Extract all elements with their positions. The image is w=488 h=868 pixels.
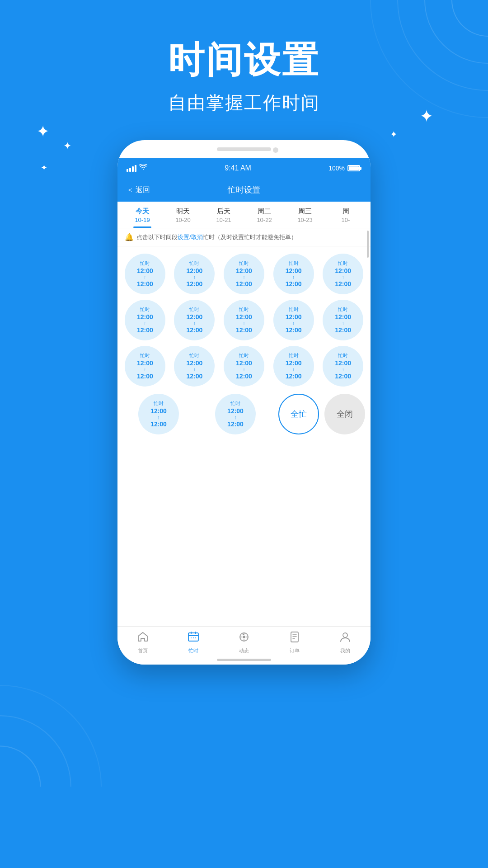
notice-highlight: 设置/取消	[178, 234, 203, 241]
tab-orders-icon	[289, 631, 300, 646]
tab-day-after-name: 后天	[205, 207, 242, 216]
notice-icon: 🔔	[125, 233, 134, 241]
tab-thu-name: 周	[327, 207, 364, 216]
time-slot-5[interactable]: 忙时 12:00 ↑ 12:00	[323, 254, 363, 294]
wifi-icon	[139, 164, 147, 172]
close-all-button[interactable]: 全闭	[324, 394, 365, 434]
time-slots-grid: 忙时 12:00 ↑ 12:00 忙时 12:00 ↑ 12:00 忙时 12:…	[117, 246, 371, 394]
tab-today[interactable]: 今天 10-19	[122, 202, 163, 228]
time-slot-10[interactable]: 忙时 12:00 ↑ 12:00	[323, 300, 363, 340]
status-left	[127, 164, 147, 172]
battery-icon	[347, 165, 361, 171]
tab-mine-label: 我的	[340, 647, 350, 654]
svg-point-5	[0, 716, 71, 787]
tab-tomorrow[interactable]: 明天 10-20	[163, 202, 203, 228]
signal-bar-4	[135, 165, 136, 172]
svg-point-21	[343, 633, 347, 637]
tab-wed-date: 10-23	[286, 217, 324, 223]
home-indicator	[217, 659, 271, 661]
time-slot-4[interactable]: 忙时 12:00 ↑ 12:00	[273, 254, 314, 294]
tab-tue-name: 周二	[246, 207, 283, 216]
notice-text: 点击以下时间段设置/取消忙时（及时设置忙时才能避免拒单）	[136, 233, 297, 241]
time-slot-17[interactable]: 忙时 12:00 ↑ 12:00	[215, 394, 256, 434]
svg-line-16	[243, 634, 244, 635]
phone-mockup: 9:41 AM 100% ＜ 返回 忙时设置 今天 10-19 明天 10-20…	[117, 140, 371, 665]
scroll-indicator	[367, 231, 369, 258]
time-slot-6[interactable]: 忙时 12:00 ↑ 12:00	[125, 300, 165, 340]
svg-rect-7	[188, 633, 198, 641]
tab-orders[interactable]: 订单	[269, 631, 320, 654]
time-slot-9[interactable]: 忙时 12:00 ↑ 12:00	[273, 300, 314, 340]
tab-busy-icon	[188, 631, 199, 646]
action-row: 忙时 12:00 ↑ 12:00 忙时 12:00 ↑ 12:00 全忙 全闭	[117, 394, 371, 442]
status-time: 9:41 AM	[225, 164, 251, 172]
tab-activity-icon	[238, 631, 250, 646]
battery-body	[347, 165, 360, 171]
tab-tomorrow-name: 明天	[164, 207, 202, 216]
signal-bar-3	[132, 166, 134, 172]
svg-rect-17	[291, 632, 298, 642]
tab-busy-label: 忙时	[188, 647, 198, 654]
back-button[interactable]: ＜ 返回	[127, 185, 150, 195]
svg-point-4	[0, 746, 41, 787]
time-slot-14[interactable]: 忙时 12:00 ↑ 12:00	[273, 346, 314, 387]
tab-busy[interactable]: 忙时	[168, 631, 219, 654]
phone-navbar: ＜ 返回 忙时设置	[117, 178, 371, 202]
sparkle-5: ✦	[41, 163, 47, 173]
time-slot-15[interactable]: 忙时 12:00 ↑ 12:00	[323, 346, 363, 387]
tab-tue-date: 10-22	[246, 217, 283, 223]
busy-all-button[interactable]: 全忙	[278, 394, 319, 434]
tab-home-label: 首页	[138, 647, 148, 654]
header-section: 时间设置 自由掌握工作时间	[0, 0, 488, 115]
signal-bars	[127, 165, 136, 172]
time-slot-3[interactable]: 忙时 12:00 ↑ 12:00	[224, 254, 264, 294]
status-bar: 9:41 AM 100%	[117, 158, 371, 178]
phone-dot	[273, 147, 278, 153]
time-slot-8[interactable]: 忙时 12:00 ↑ 12:00	[224, 300, 264, 340]
tab-tue[interactable]: 周二 10-22	[244, 202, 285, 228]
battery-percent: 100%	[328, 165, 345, 172]
tab-thu[interactable]: 周 10-	[325, 202, 366, 228]
tab-day-after[interactable]: 后天 10-21	[203, 202, 244, 228]
tab-wed[interactable]: 周三 10-23	[285, 202, 325, 228]
time-slot-7[interactable]: 忙时 12:00 ↑ 12:00	[174, 300, 215, 340]
tab-thu-date: 10-	[327, 217, 364, 223]
phone-notch	[217, 147, 271, 151]
time-slot-12[interactable]: 忙时 12:00 ↑ 12:00	[174, 346, 215, 387]
time-slot-1[interactable]: 忙时 12:00 ↑ 12:00	[125, 254, 165, 294]
tab-tomorrow-date: 10-20	[164, 217, 202, 223]
tab-day-after-date: 10-21	[205, 217, 242, 223]
battery-fill	[349, 166, 359, 170]
sub-title: 自由掌握工作时间	[0, 90, 488, 115]
tab-mine[interactable]: 我的	[320, 631, 371, 654]
time-slot-13[interactable]: 忙时 12:00 ↑ 12:00	[224, 346, 264, 387]
signal-bar-2	[129, 168, 131, 172]
tab-home[interactable]: 首页	[117, 631, 168, 654]
battery-tip	[360, 167, 361, 170]
tab-orders-label: 订单	[290, 647, 300, 654]
time-slot-16[interactable]: 忙时 12:00 ↑ 12:00	[138, 394, 179, 434]
svg-point-15	[243, 636, 245, 638]
status-right: 100%	[328, 165, 361, 172]
tab-activity-label: 动态	[239, 647, 249, 654]
tab-mine-icon	[339, 631, 351, 646]
tab-wed-name: 周三	[286, 207, 324, 216]
time-slot-11[interactable]: 忙时 12:00 ↑ 12:00	[125, 346, 165, 387]
time-slot-2[interactable]: 忙时 12:00 ↑ 12:00	[174, 254, 215, 294]
notice-bar: 🔔 点击以下时间段设置/取消忙时（及时设置忙时才能避免拒单）	[117, 228, 371, 246]
tab-today-date: 10-19	[124, 217, 161, 223]
sparkle-2: ✦	[63, 140, 71, 152]
svg-point-6	[0, 685, 101, 787]
tab-activity[interactable]: 动态	[219, 631, 269, 654]
tab-today-name: 今天	[124, 207, 161, 216]
day-tabs: 今天 10-19 明天 10-20 后天 10-21 周二 10-22 周三 1…	[117, 202, 371, 228]
tab-home-icon	[137, 631, 149, 646]
signal-bar-1	[127, 169, 128, 172]
nav-title: 忙时设置	[228, 184, 260, 195]
sparkle-4: ✦	[390, 129, 398, 140]
sparkle-1: ✦	[36, 122, 50, 141]
main-title: 时间设置	[0, 36, 488, 85]
